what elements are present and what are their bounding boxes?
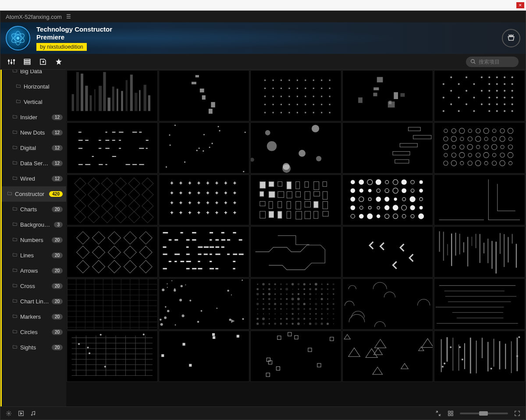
sidebar-item-chart-lines[interactable]: Chart Lines20: [2, 294, 66, 309]
svg-point-530: [297, 298, 300, 300]
thumbnail-square-glow[interactable]: [342, 70, 434, 121]
thumbnail-dot-cluster[interactable]: [434, 70, 525, 121]
list-view-icon[interactable]: [23, 58, 31, 66]
import-icon[interactable]: [39, 58, 47, 66]
svg-point-639: [100, 334, 102, 335]
thumbnail-circle-fill[interactable]: [342, 174, 434, 226]
thumbnail-squares-outline[interactable]: [250, 331, 341, 382]
thumbnail-bokeh[interactable]: [250, 122, 341, 174]
svg-point-507: [327, 288, 329, 290]
svg-point-523: [257, 298, 258, 299]
settings-icon[interactable]: [6, 410, 12, 416]
thumbnail-rect-rows[interactable]: [250, 174, 341, 226]
sidebar-item-vertical[interactable]: Vertical: [2, 94, 66, 110]
svg-rect-365: [180, 232, 183, 234]
thumbnail-wire-boxes[interactable]: [342, 122, 434, 174]
thumbnail-triangles[interactable]: [342, 331, 434, 382]
expand-icon[interactable]: [514, 410, 520, 416]
svg-point-118: [496, 96, 498, 98]
thumbnail-dot-grid[interactable]: [250, 70, 341, 121]
thumbnail-plus-marks[interactable]: [159, 174, 250, 226]
window-close-button[interactable]: ✕: [516, 2, 524, 8]
sidebar-item-backgrounds[interactable]: Backgrounds3: [2, 217, 66, 232]
svg-point-596: [274, 323, 276, 325]
folder-icon: [12, 267, 18, 274]
sidebar-item-lines[interactable]: Lines20: [2, 248, 66, 263]
thumbnail-sparse-squares[interactable]: [159, 331, 250, 382]
thumbnail-rand-dots[interactable]: [159, 278, 250, 330]
sidebar-item-arrows[interactable]: Arrows20: [2, 263, 66, 278]
zoom-slider[interactable]: [460, 413, 508, 414]
svg-rect-427: [496, 242, 497, 274]
svg-point-558: [298, 308, 300, 310]
sidebar-item-big-data[interactable]: Big Data: [2, 70, 66, 79]
svg-rect-162: [132, 164, 137, 165]
thumbnail-vglitch[interactable]: [434, 226, 525, 278]
svg-point-595: [269, 323, 270, 324]
sidebar-item-wired[interactable]: Wired12: [2, 171, 66, 186]
svg-rect-46: [329, 79, 331, 81]
thumbnail-dash-rows[interactable]: [159, 226, 250, 278]
thumbnail-arcs[interactable]: [342, 278, 434, 330]
audio-icon[interactable]: [30, 410, 36, 416]
thumbnail-corner-lines[interactable]: [434, 174, 525, 226]
svg-point-570: [286, 313, 287, 314]
search-box[interactable]: [466, 57, 519, 67]
sidebar-item-sights[interactable]: Sights20: [2, 340, 66, 355]
sidebar-item-markers[interactable]: Markers20: [2, 309, 66, 324]
grid-icon[interactable]: [448, 410, 454, 416]
svg-rect-689: [451, 414, 453, 416]
sidebar-item-digital[interactable]: Digital12: [2, 140, 66, 156]
svg-rect-156: [112, 156, 116, 157]
svg-point-133: [504, 110, 506, 112]
count-badge: 12: [52, 176, 63, 182]
thumbnail-hlines[interactable]: [434, 278, 525, 330]
cart-button[interactable]: [502, 29, 520, 47]
svg-point-176: [243, 171, 244, 172]
svg-point-98: [504, 76, 506, 78]
sidebar-item-horizontal[interactable]: Horizontal: [2, 79, 66, 94]
thumbnail-dot-matrix[interactable]: [250, 278, 341, 330]
search-input[interactable]: [479, 59, 514, 65]
svg-point-94: [466, 76, 467, 78]
thumbnail-circle-outline[interactable]: [434, 122, 525, 174]
sidebar-item-constructor[interactable]: Constructor420: [2, 186, 66, 202]
sidebar-item-charts[interactable]: Charts20: [2, 202, 66, 217]
menu-icon[interactable]: ☰: [66, 14, 71, 20]
play-icon[interactable]: [18, 410, 24, 416]
thumbnail-diamonds[interactable]: [67, 226, 158, 278]
thumbnail-glitch-bars[interactable]: [159, 70, 250, 121]
sidebar-item-cross[interactable]: Cross20: [2, 278, 66, 294]
thumbnail-grid-lines[interactable]: [67, 331, 158, 382]
svg-point-679: [459, 346, 461, 348]
thumbnail-circuit[interactable]: [250, 226, 341, 278]
thumbnail-vbars[interactable]: [67, 70, 158, 121]
svg-rect-38: [264, 79, 266, 81]
sidebar-item-circles[interactable]: Circles20: [2, 324, 66, 340]
thumbnail-chevrons[interactable]: [342, 226, 434, 278]
product-title-line1: Technology Constructor: [36, 25, 112, 33]
thumbnail-sparse-dots[interactable]: [159, 122, 250, 174]
sidebar-item-data-server[interactable]: Data Server12: [2, 156, 66, 171]
svg-rect-425: [488, 239, 489, 263]
count-badge: 20: [52, 268, 63, 274]
svg-point-338: [359, 214, 363, 218]
sidebar-item-numbers[interactable]: Numbers20: [2, 232, 66, 248]
thumbnail-diamonds-dark[interactable]: [67, 174, 158, 226]
author-badge[interactable]: by nixstudioedition: [36, 43, 87, 51]
svg-point-124: [489, 103, 490, 105]
thumbnail-grid-faint[interactable]: [67, 278, 158, 330]
collapse-icon[interactable]: [435, 410, 441, 416]
svg-rect-42: [297, 79, 298, 81]
svg-point-469: [162, 288, 164, 291]
thumbnail-vlines-dots[interactable]: [434, 331, 525, 382]
sidebar-item-new-dots[interactable]: New Dots12: [2, 125, 66, 140]
svg-point-506: [321, 288, 323, 290]
svg-rect-376: [221, 239, 225, 241]
svg-rect-57: [273, 96, 274, 97]
sliders-icon[interactable]: [7, 58, 15, 66]
thumbnail-dash-lines[interactable]: [67, 122, 158, 174]
svg-rect-346: [435, 175, 525, 225]
favorite-icon[interactable]: [55, 58, 63, 66]
sidebar-item-insider[interactable]: Insider12: [2, 110, 66, 125]
